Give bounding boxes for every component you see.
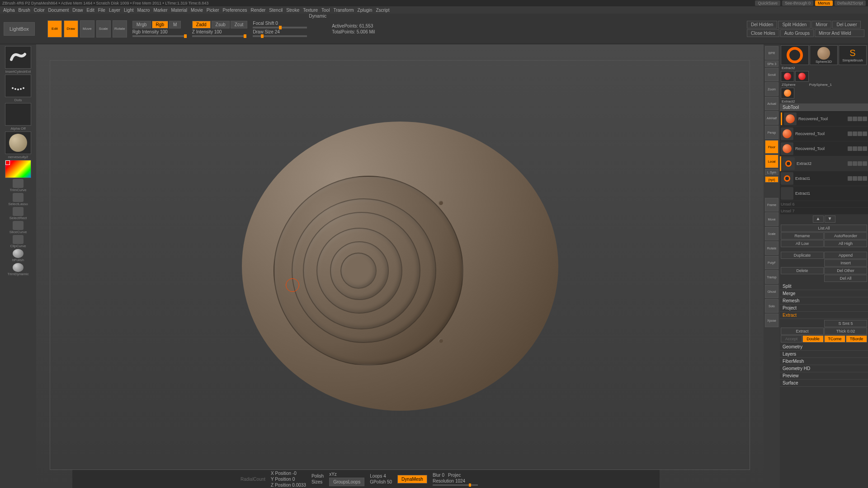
del-other-button[interactable]: Del Other <box>824 267 867 274</box>
resolution-slider[interactable] <box>433 484 478 486</box>
close-holes-button[interactable]: Close Holes <box>747 29 779 37</box>
extract-section[interactable]: Extract <box>780 312 868 319</box>
split-hidden-button[interactable]: Split Hidden <box>778 21 811 28</box>
xyz-label[interactable]: xYz <box>329 472 364 477</box>
delete-button[interactable]: Delete <box>781 267 824 274</box>
append-button[interactable]: Append <box>824 252 867 259</box>
s-smt-slider[interactable]: S Smt 5 <box>824 320 867 327</box>
lightbox-button[interactable]: LightBox <box>4 22 35 36</box>
brush-thumb[interactable] <box>5 46 31 69</box>
autoreorder-button[interactable]: AutoReorder <box>824 232 867 239</box>
subtool-item[interactable]: Extract1 <box>780 171 868 186</box>
quicksave-button[interactable]: QuickSave <box>755 0 780 6</box>
menu-render[interactable]: Render <box>250 8 267 13</box>
menu-transform[interactable]: Transform <box>332 8 354 13</box>
solo-button[interactable]: Solo <box>765 299 778 313</box>
m-button[interactable]: M <box>169 21 181 28</box>
menu-texture[interactable]: Texture <box>302 8 319 13</box>
selectrect-icon[interactable] <box>13 207 24 216</box>
thick-slider[interactable]: Thick 0.02 <box>824 328 867 335</box>
menu-alpha[interactable]: Alpha <box>2 8 16 13</box>
sizes-label[interactable]: Sizes <box>311 479 324 484</box>
spix-button[interactable]: SPix 3 <box>765 61 778 67</box>
menu-picker[interactable]: Picker <box>206 8 220 13</box>
seethrough-button[interactable]: See-through 0 <box>782 0 813 6</box>
local-button[interactable]: Local <box>765 155 778 168</box>
menu-movie[interactable]: Movie <box>190 8 204 13</box>
scroll-button[interactable]: Scroll <box>765 68 778 81</box>
del-lower-button[interactable]: Del Lower <box>832 21 861 28</box>
menu-stroke[interactable]: Stroke <box>285 8 300 13</box>
tool-thumb-zsphere[interactable] <box>781 71 794 82</box>
selectlasso-icon[interactable] <box>13 193 24 202</box>
menus-button[interactable]: Menus <box>815 0 833 6</box>
menu-zscript[interactable]: Zscript <box>375 8 390 13</box>
rotate-button[interactable]: Rotate <box>113 20 127 38</box>
zadd-button[interactable]: Zadd <box>192 21 211 28</box>
subtool-header[interactable]: SubTool <box>780 103 868 112</box>
menu-stencil[interactable]: Stencil <box>268 8 283 13</box>
edit-button[interactable]: Edit <box>47 20 62 38</box>
rename-button[interactable]: Rename <box>781 232 824 239</box>
aahalf-button[interactable]: AAHalf <box>765 111 778 125</box>
material-thumb[interactable] <box>5 131 31 154</box>
menu-brush[interactable]: Brush <box>18 8 31 13</box>
stroke-thumb[interactable] <box>5 75 31 97</box>
menu-zplugin[interactable]: Zplugin <box>357 8 373 13</box>
clipcurve-icon[interactable] <box>13 235 24 244</box>
groupsloops-button[interactable]: GroupsLoops <box>329 478 364 486</box>
fibermesh-section[interactable]: FiberMesh <box>780 358 868 365</box>
project-section[interactable]: Project <box>780 305 868 312</box>
mirror-button[interactable]: Mirror <box>811 21 831 28</box>
alpha-thumb[interactable] <box>5 103 31 126</box>
tool-thumb-extract2b[interactable] <box>781 88 794 99</box>
auto-groups-button[interactable]: Auto Groups <box>780 29 814 37</box>
menu-marker[interactable]: Marker <box>152 8 168 13</box>
del-all-button[interactable]: Del All <box>824 275 867 282</box>
geometry-section[interactable]: Geometry <box>780 343 868 351</box>
menu-tool[interactable]: Tool <box>321 8 330 13</box>
menu-edit[interactable]: Edit <box>86 8 95 13</box>
subtool-item[interactable]: Unsel 7 <box>780 208 868 215</box>
rotate-button-r[interactable]: Rotate <box>765 241 778 255</box>
z-intensity-slider[interactable] <box>192 35 246 37</box>
move-down-icon[interactable]: ▼ <box>825 216 835 223</box>
xpose-button[interactable]: Xpose <box>765 314 778 327</box>
zcut-button[interactable]: Zcut <box>231 21 247 28</box>
subtool-item[interactable]: Recovered_Tool <box>780 112 868 127</box>
project-label[interactable]: Projec <box>448 473 461 478</box>
menu-file[interactable]: File <box>97 8 106 13</box>
scale-button-r[interactable]: Scale <box>765 227 778 240</box>
del-hidden-button[interactable]: Del Hidden <box>747 21 777 28</box>
persp-button[interactable]: Persp <box>765 126 778 139</box>
ghost-button[interactable]: Ghost <box>765 285 778 298</box>
subtool-item[interactable]: Extract1 <box>780 186 868 201</box>
accept-button[interactable]: Accept <box>781 335 802 343</box>
all-high-button[interactable]: All High <box>824 240 867 247</box>
floor-button[interactable]: Floor <box>765 140 778 154</box>
mrgb-button[interactable]: Mrgb <box>132 21 151 28</box>
rgb-button[interactable]: Rgb <box>152 21 168 28</box>
tcorne-button[interactable]: TCorne <box>824 335 845 343</box>
zsub-button[interactable]: Zsub <box>212 21 230 28</box>
layers-section[interactable]: Layers <box>780 351 868 358</box>
trimcurve-icon[interactable] <box>13 179 24 188</box>
menu-preferences[interactable]: Preferences <box>222 8 248 13</box>
extract-button[interactable]: Extract <box>781 328 824 335</box>
dynamesh-button[interactable]: DynaMesh <box>397 475 427 483</box>
rgb-intensity-slider[interactable] <box>132 35 187 37</box>
subtool-item[interactable]: Recovered_Tool <box>780 127 868 141</box>
remesh-section[interactable]: Remesh <box>780 297 868 305</box>
zoom-button[interactable]: Zoom <box>765 82 778 96</box>
tool-thumb-sphere3d[interactable]: Sphere3D <box>810 45 838 65</box>
move-up-icon[interactable]: ▲ <box>813 216 824 223</box>
duplicate-button[interactable]: Duplicate <box>781 252 824 259</box>
focal-shift-slider[interactable] <box>253 27 307 28</box>
slicecurve-icon[interactable] <box>13 221 24 230</box>
scale-button[interactable]: Scale <box>96 20 111 38</box>
geometry-hd-section[interactable]: Geometry HD <box>780 365 868 372</box>
subtool-item[interactable]: Recovered_Tool <box>780 141 868 156</box>
menu-draw[interactable]: Draw <box>71 8 84 13</box>
preview-section[interactable]: Preview <box>780 372 868 380</box>
menu-layer[interactable]: Layer <box>108 8 121 13</box>
